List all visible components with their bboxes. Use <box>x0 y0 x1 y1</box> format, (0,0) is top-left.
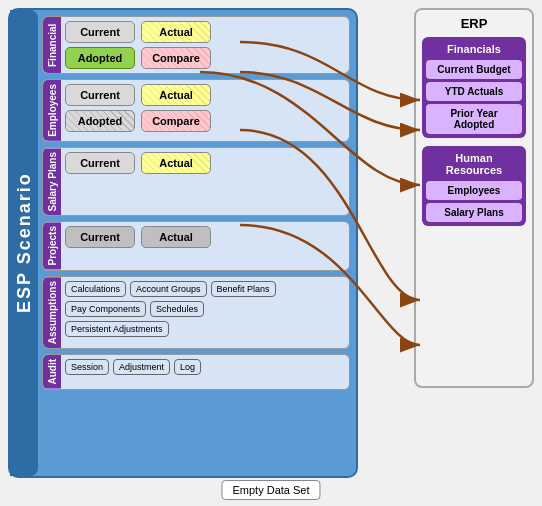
erp-prior-year-adopted[interactable]: Prior Year Adopted <box>426 104 522 134</box>
salary-current-btn[interactable]: Current <box>65 152 135 174</box>
assumptions-persistent-btn[interactable]: Persistent Adjustments <box>65 321 169 337</box>
employees-row1: Current Actual <box>65 84 345 106</box>
financial-compare-btn[interactable]: Compare <box>141 47 211 69</box>
audit-section: Audit Session Adjustment Log <box>42 354 350 390</box>
assumptions-row2: Pay Components Schedules <box>65 301 345 317</box>
assumptions-schedules-btn[interactable]: Schedules <box>150 301 204 317</box>
assumptions-account-groups-btn[interactable]: Account Groups <box>130 281 207 297</box>
financial-adopted-btn[interactable]: Adopted <box>65 47 135 69</box>
financial-row1: Current Actual <box>65 21 345 43</box>
audit-label: Audit <box>43 355 61 389</box>
assumptions-benefit-plans-btn[interactable]: Benefit Plans <box>211 281 276 297</box>
projects-section: Projects Current Actual <box>42 221 350 270</box>
erp-hr-group: Human Resources Employees Salary Plans <box>422 146 526 226</box>
esp-panel: ESP Scenario Financial Current Actual Ad… <box>8 8 358 478</box>
assumptions-body: Calculations Account Groups Benefit Plan… <box>61 277 349 348</box>
salary-section: Salary Plans Current Actual <box>42 147 350 216</box>
projects-current-btn[interactable]: Current <box>65 226 135 248</box>
projects-label: Projects <box>43 222 61 269</box>
financial-actual-btn[interactable]: Actual <box>141 21 211 43</box>
empty-dataset: Empty Data Set <box>221 480 320 500</box>
assumptions-row1: Calculations Account Groups Benefit Plan… <box>65 281 345 297</box>
erp-employees[interactable]: Employees <box>426 181 522 200</box>
projects-body: Current Actual <box>61 222 349 269</box>
salary-body: Current Actual <box>61 148 349 215</box>
employees-body: Current Actual Adopted Compare <box>61 80 349 141</box>
financial-row2: Adopted Compare <box>65 47 345 69</box>
assumptions-row3: Persistent Adjustments <box>65 321 345 337</box>
erp-current-budget[interactable]: Current Budget <box>426 60 522 79</box>
esp-label: ESP Scenario <box>10 10 38 476</box>
erp-title: ERP <box>422 16 526 31</box>
erp-ytd-actuals[interactable]: YTD Actuals <box>426 82 522 101</box>
assumptions-calculations-btn[interactable]: Calculations <box>65 281 126 297</box>
employees-label: Employees <box>43 80 61 141</box>
employees-adopted-btn[interactable]: Adopted <box>65 110 135 132</box>
financial-section: Financial Current Actual Adopted Compare <box>42 16 350 74</box>
main-container: ESP Scenario Financial Current Actual Ad… <box>0 0 542 506</box>
financial-label: Financial <box>43 17 61 73</box>
erp-panel: ERP Financials Current Budget YTD Actual… <box>414 8 534 388</box>
projects-row1: Current Actual <box>65 226 345 248</box>
audit-body: Session Adjustment Log <box>61 355 349 389</box>
employees-actual-btn[interactable]: Actual <box>141 84 211 106</box>
salary-label: Salary Plans <box>43 148 61 215</box>
employees-section: Employees Current Actual Adopted Compare <box>42 79 350 142</box>
erp-financials-label: Financials <box>426 41 522 57</box>
financial-body: Current Actual Adopted Compare <box>61 17 349 73</box>
employees-compare-btn[interactable]: Compare <box>141 110 211 132</box>
salary-actual-btn[interactable]: Actual <box>141 152 211 174</box>
employees-row2: Adopted Compare <box>65 110 345 132</box>
erp-salary-plans[interactable]: Salary Plans <box>426 203 522 222</box>
employees-current-btn[interactable]: Current <box>65 84 135 106</box>
assumptions-label: Assumptions <box>43 277 61 348</box>
assumptions-section: Assumptions Calculations Account Groups … <box>42 276 350 349</box>
audit-row1: Session Adjustment Log <box>65 359 345 375</box>
esp-content: Financial Current Actual Adopted Compare… <box>38 10 356 476</box>
assumptions-pay-components-btn[interactable]: Pay Components <box>65 301 146 317</box>
projects-actual-btn[interactable]: Actual <box>141 226 211 248</box>
audit-log-btn[interactable]: Log <box>174 359 201 375</box>
audit-adjustment-btn[interactable]: Adjustment <box>113 359 170 375</box>
erp-hr-label: Human Resources <box>426 150 522 178</box>
erp-financials-group: Financials Current Budget YTD Actuals Pr… <box>422 37 526 138</box>
financial-current-btn[interactable]: Current <box>65 21 135 43</box>
salary-row1: Current Actual <box>65 152 345 174</box>
audit-session-btn[interactable]: Session <box>65 359 109 375</box>
